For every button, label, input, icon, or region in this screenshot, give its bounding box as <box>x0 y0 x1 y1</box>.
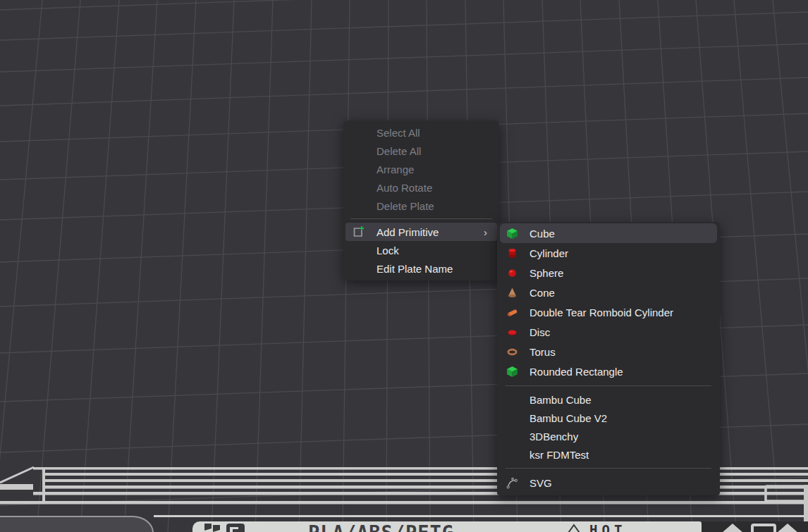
submenu-item-3dbenchy[interactable]: 3DBenchy <box>500 427 717 445</box>
menu-separator <box>350 218 492 219</box>
submenu-item-cube[interactable]: Cube <box>500 223 717 243</box>
submenu-item-rounded-rectangle[interactable]: Rounded Rectangle <box>500 361 717 381</box>
menu-item-delete-plate[interactable]: Delete Plate <box>345 197 497 215</box>
submenu-item-bambu-cube[interactable]: Bambu Cube <box>500 390 717 409</box>
plate-front-tab <box>0 516 154 532</box>
viewport-3d[interactable]: PLA/ABS/PETG HOT Select All Delete All A… <box>0 0 808 532</box>
submenu-item-torus[interactable]: Torus <box>500 342 717 361</box>
bezier-curve-icon <box>506 477 518 489</box>
bambu-logo <box>204 523 249 532</box>
arrow-up-icon <box>723 524 742 532</box>
plate-front-edge-line <box>154 515 808 517</box>
menu-item-arrange[interactable]: Arrange <box>345 160 497 178</box>
menu-item-delete-all[interactable]: Delete All <box>345 142 497 160</box>
double-tear-romboid-cylinder-icon <box>506 307 518 318</box>
cube-icon <box>506 228 518 240</box>
submenu-item-svg[interactable]: SVG <box>500 473 717 493</box>
torus-icon <box>506 346 518 358</box>
submenu-item-sphere[interactable]: Sphere <box>500 263 717 283</box>
menu-item-lock[interactable]: Lock <box>345 241 497 259</box>
plate-front-label-bar: PLA/ABS/PETG HOT <box>192 521 702 532</box>
cone-icon <box>506 287 518 299</box>
menu-item-select-all[interactable]: Select All <box>345 123 497 142</box>
menu-item-add-primitive[interactable]: Add Primitive › <box>345 223 497 241</box>
submenu-arrow-icon: › <box>484 227 490 237</box>
square-outline-icon <box>751 524 776 532</box>
submenu-item-cone[interactable]: Cone <box>500 283 717 302</box>
menu-item-edit-plate-name[interactable]: Edit Plate Name <box>345 259 497 278</box>
menu-item-auto-rotate[interactable]: Auto Rotate <box>345 178 497 197</box>
plate-context-menu: Select All Delete All Arrange Auto Rotat… <box>343 120 499 280</box>
submenu-separator <box>506 468 711 469</box>
add-primitive-submenu: Cube Cylinder Sphere Cone Do <box>497 222 720 495</box>
plate-surface-type-label: PLA/ABS/PETG <box>308 523 454 532</box>
plate-hot-warning-label: HOT <box>589 524 626 532</box>
hot-warning-icon <box>565 524 582 532</box>
submenu-item-cylinder[interactable]: Cylinder <box>500 243 717 263</box>
arrow-up-icon <box>778 524 797 532</box>
rounded-rectangle-icon <box>506 366 518 378</box>
disc-icon <box>506 326 518 338</box>
submenu-item-bambu-cube-v2[interactable]: Bambu Cube V2 <box>500 409 717 427</box>
sphere-icon <box>506 267 518 279</box>
add-primitive-icon <box>351 225 365 239</box>
submenu-item-double-tear-romboid-cylinder[interactable]: Double Tear Romboid Cylinder <box>500 302 717 322</box>
cylinder-icon <box>506 247 518 259</box>
submenu-separator <box>506 385 711 386</box>
plate-front-dark-segment <box>702 521 808 532</box>
submenu-item-ksr-fdmtest[interactable]: ksr FDMTest <box>500 445 717 464</box>
submenu-item-disc[interactable]: Disc <box>500 322 717 342</box>
